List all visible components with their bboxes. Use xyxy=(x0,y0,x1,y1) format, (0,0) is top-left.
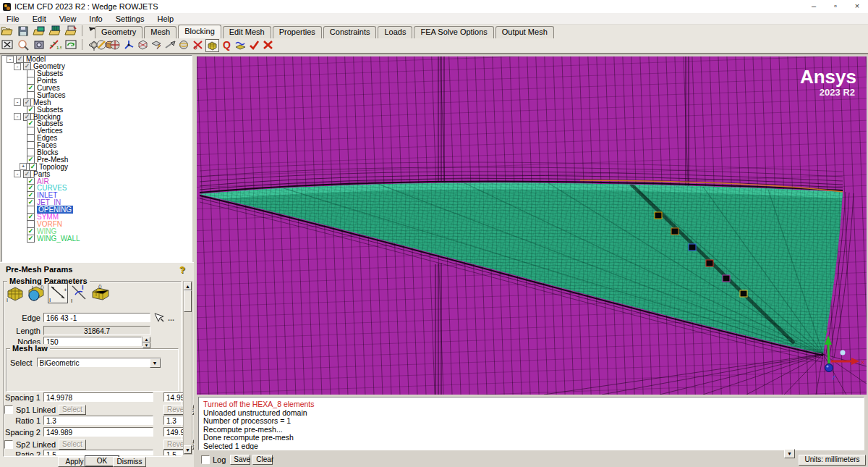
viewport-3d[interactable]: Ansys 2023 R2 Y X Z xyxy=(197,56,867,395)
tree-part-wing-wall[interactable]: ✓ WING_WALL xyxy=(2,235,192,242)
merge-vertices-icon[interactable] xyxy=(123,39,135,51)
select-edge-icon[interactable] xyxy=(153,312,165,323)
redraw-icon[interactable] xyxy=(64,39,77,51)
nodes-spinner[interactable]: ▲▼ xyxy=(142,337,150,346)
spacing1-input[interactable]: 14.9978 xyxy=(43,392,153,402)
ratio1-input[interactable]: 1.3 xyxy=(43,416,153,425)
block-surface-icon[interactable]: I〈〉 xyxy=(26,285,46,303)
z-axis-sphere xyxy=(825,364,833,372)
fit-window-icon[interactable] xyxy=(1,39,14,51)
mesh-law-label: Mesh law xyxy=(10,344,50,353)
screenshot-icon[interactable] xyxy=(33,39,46,51)
ratio2-label: Ratio 2 xyxy=(0,450,43,456)
chevron-down-icon[interactable]: ▼ xyxy=(150,358,161,368)
check-icon[interactable] xyxy=(248,39,260,51)
save-project-as-icon[interactable] xyxy=(64,25,77,37)
menu-file[interactable]: File xyxy=(0,14,26,23)
tab-loads[interactable]: Loads xyxy=(378,26,412,38)
log-checkbox[interactable] xyxy=(201,455,210,464)
smooth-icon[interactable] xyxy=(234,39,247,51)
checkbox-checked[interactable]: ✓ xyxy=(27,235,35,243)
tab-geometry[interactable]: Geometry xyxy=(95,26,142,38)
open-project-icon[interactable] xyxy=(33,25,46,37)
tab-constraints[interactable]: Constraints xyxy=(323,26,377,38)
save-log-button[interactable]: Save xyxy=(230,455,250,465)
dismiss-button[interactable]: Dismiss xyxy=(113,457,146,467)
svg-text:I: I xyxy=(49,297,51,303)
spin-down-icon[interactable]: ▼ xyxy=(142,342,150,348)
close-button[interactable]: × xyxy=(846,0,868,13)
ratio2-input[interactable]: 1.5 xyxy=(43,450,153,455)
scroll-up-icon[interactable]: ▲ xyxy=(184,282,192,290)
scrollbar-thumb[interactable] xyxy=(184,290,192,312)
x-axis-label: X xyxy=(861,359,865,366)
associate-icon[interactable] xyxy=(150,39,163,51)
menu-settings[interactable]: Settings xyxy=(109,14,151,23)
tab-mesh[interactable]: Mesh xyxy=(144,26,176,38)
sp2-select-button[interactable]: Select xyxy=(59,439,86,450)
clear-log-button[interactable]: Clear xyxy=(252,455,273,465)
minimize-button[interactable]: – xyxy=(803,0,825,13)
ratio1-row: Ratio 1 1.3 1.3 xyxy=(0,415,183,426)
edge-params-icon[interactable]: I+ xyxy=(48,283,68,303)
save-icon[interactable] xyxy=(17,25,30,37)
tab-fea-solve-options[interactable]: FEA Solve Options xyxy=(414,26,493,38)
edge-input[interactable]: 166 43 -1 xyxy=(43,313,150,322)
menu-view[interactable]: View xyxy=(53,14,83,23)
mesh-law-row: Select BiGeometric ▼ xyxy=(10,357,180,368)
collapse-icon[interactable]: - xyxy=(14,63,21,70)
select-label: Select xyxy=(10,358,37,367)
tab-output-mesh[interactable]: Output Mesh xyxy=(495,26,554,38)
spin-up-icon[interactable]: ▲ xyxy=(142,337,150,342)
save-project-icon[interactable] xyxy=(48,25,61,37)
sp2-linked-checkbox[interactable] xyxy=(4,440,13,449)
tab-properties[interactable]: Properties xyxy=(273,26,322,38)
tab-blocking[interactable]: Blocking xyxy=(178,25,221,38)
sp1-linked-checkbox[interactable] xyxy=(4,405,13,414)
move-vertex-icon[interactable] xyxy=(164,39,176,51)
collapse-icon[interactable]: - xyxy=(7,56,14,63)
maximize-button[interactable]: ▫ xyxy=(825,0,846,13)
z-axis-label: Z xyxy=(832,374,835,381)
mesh-law-group xyxy=(6,348,179,392)
mesh-law-dropdown[interactable]: BiGeometric ▼ xyxy=(37,358,161,367)
premesh-quality-icon[interactable]: Q xyxy=(221,39,233,51)
menu-info[interactable]: Info xyxy=(82,14,109,23)
collapse-icon[interactable]: - xyxy=(14,170,21,177)
delete-block-icon[interactable] xyxy=(192,39,204,51)
help-icon[interactable]: ? xyxy=(179,264,185,275)
z-axis-highlight xyxy=(826,365,828,367)
collapse-icon[interactable]: - xyxy=(14,98,21,106)
split-block-icon[interactable] xyxy=(109,39,122,51)
sp1-select-button[interactable]: Select xyxy=(59,405,86,415)
message-log[interactable]: Turned off the HEXA_8 elements Unloaded … xyxy=(198,397,864,450)
panel-header: Pre-Mesh Params ? xyxy=(0,262,194,276)
premesh-icon[interactable] xyxy=(205,39,219,52)
edit-edge-icon[interactable] xyxy=(178,39,190,51)
scroll-down-icon[interactable]: ▼ xyxy=(184,445,192,454)
edge-link-icon[interactable]: II xyxy=(69,283,88,303)
premesh-params-panel: Pre-Mesh Params ? Meshing Parameters I I… xyxy=(0,262,194,467)
sp2-linked-row: Sp2 Linked Select Reverse xyxy=(4,439,187,450)
block-mesh-icon[interactable]: I xyxy=(6,285,25,303)
menu-help[interactable]: Help xyxy=(150,14,180,23)
zoom-icon[interactable] xyxy=(17,39,30,51)
block-sweep-icon[interactable]: 〈〉 xyxy=(90,285,111,303)
more-button[interactable]: ... xyxy=(168,314,174,322)
units-indicator[interactable]: Units: millimeters xyxy=(799,455,866,466)
create-block-icon[interactable] xyxy=(95,39,108,51)
delete-icon[interactable] xyxy=(262,39,274,51)
spacing2-input[interactable]: 149.989 xyxy=(43,427,153,437)
tab-edit-mesh[interactable]: Edit Mesh xyxy=(223,26,271,38)
measure-icon[interactable]: 1.5 xyxy=(48,39,61,51)
ratio2-row: Ratio 2 1.5 1.5 xyxy=(0,449,183,455)
jet-box xyxy=(706,260,713,266)
svg-text:Q: Q xyxy=(223,39,231,51)
panel-scrollbar[interactable]: ▲ ▼ xyxy=(183,281,192,455)
edit-block-icon[interactable] xyxy=(137,39,149,51)
log-filter-dropdown-icon[interactable]: ▼ xyxy=(784,449,795,458)
menu-edit[interactable]: Edit xyxy=(26,14,53,23)
open-icon[interactable] xyxy=(1,25,14,37)
nodes-input[interactable]: 150 xyxy=(43,337,142,346)
collapse-icon[interactable]: - xyxy=(14,113,21,120)
